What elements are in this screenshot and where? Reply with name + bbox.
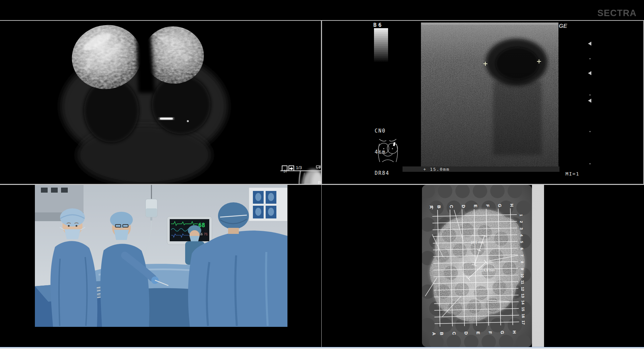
grid-row-label: 9: [520, 268, 524, 270]
grid-row-label: 6: [520, 248, 524, 250]
specimen-image: AABBCCDDEEFFGGHH123456789101112131415161…: [322, 185, 644, 347]
grid-row-label: 14: [521, 300, 525, 305]
us-param-line: DR84: [375, 170, 397, 177]
grid-row-label: 11: [521, 280, 525, 284]
grid-row-label: 13: [521, 294, 525, 298]
window-bottom-edge: [0, 347, 644, 349]
grid-row-label: 12: [521, 287, 525, 291]
grid-column-label: G: [497, 204, 502, 207]
grid-column-label: B: [436, 205, 441, 208]
ultrasound-viewport[interactable]: B6 CN0 4cm DR84 G 42: [322, 21, 643, 184]
grid-row-label: 16: [521, 314, 525, 318]
sectra-logo: SECTRA: [597, 8, 637, 19]
grid-column-label: C: [449, 205, 454, 208]
specimen-viewport[interactable]: AABBCCDDEEFFGGHH123456789101112131415161…: [322, 185, 644, 347]
navigator-slice-number: 37: [283, 169, 287, 173]
grid-column-label: E: [473, 204, 478, 207]
mri-viewport[interactable]: 1/3 37 P F: [0, 21, 321, 184]
grid-column-label: H: [512, 331, 517, 334]
grid-row-label: 15: [521, 307, 525, 311]
grid-row-label: 10: [521, 273, 525, 278]
top-bar: SECTRA: [0, 0, 644, 20]
specimen-measurement-1: 18,1 mm: [471, 241, 484, 244]
us-mechanical-index: MI=1: [566, 171, 580, 177]
grid-column-label: B: [439, 332, 444, 335]
grid-column-label: A: [431, 332, 436, 336]
grid-column-label: D: [461, 205, 466, 208]
grid-column-label: C: [451, 332, 457, 335]
specimen-measurement-2: 24,6 mm: [482, 268, 495, 272]
us-param-line: CN0: [375, 128, 397, 135]
video-frame[interactable]: 68 116 71: [35, 185, 287, 327]
orientation-label-p: P: [318, 181, 321, 184]
grid-row-label: 2: [519, 221, 523, 223]
grid-row-label: 17: [521, 320, 525, 325]
grid-column-label: G: [500, 331, 505, 334]
grid-column-label: H: [509, 204, 514, 207]
depth-scale-markers: [587, 21, 594, 168]
grid-column-label: D: [464, 332, 469, 335]
body-mark-icon: [374, 138, 400, 163]
cine-stack-icon[interactable]: [316, 165, 321, 169]
mri-image: [0, 21, 321, 184]
video-viewport[interactable]: 68 116 71: [0, 185, 321, 347]
grid-row-label: 7: [520, 254, 524, 256]
grid-column-label: E: [476, 331, 481, 334]
grid-row-label: 3: [520, 228, 524, 230]
navigator-next-button[interactable]: [288, 165, 294, 171]
us-preset-label: B6: [373, 22, 383, 28]
arrow-right-icon: [289, 166, 293, 171]
grid-row-label: 8: [520, 261, 524, 263]
pacs-workstation: SECTRA: [0, 0, 644, 349]
us-grayscale-bar: [374, 28, 388, 62]
grid-column-label: F: [485, 204, 490, 207]
navigator-counter: 1/3: [296, 165, 302, 170]
us-measurement-strip: + 15.0mm: [402, 166, 559, 172]
grid-row-label: 5: [520, 241, 524, 243]
grid-column-label: F: [488, 331, 493, 334]
slice-navigator[interactable]: 1/3 37 P F: [280, 164, 321, 184]
vendor-logo: GE: [559, 23, 567, 30]
us-depth-measurement: + 15.0mm: [423, 167, 450, 172]
us-image[interactable]: [421, 22, 558, 166]
grid-row-label: 1: [519, 214, 523, 216]
